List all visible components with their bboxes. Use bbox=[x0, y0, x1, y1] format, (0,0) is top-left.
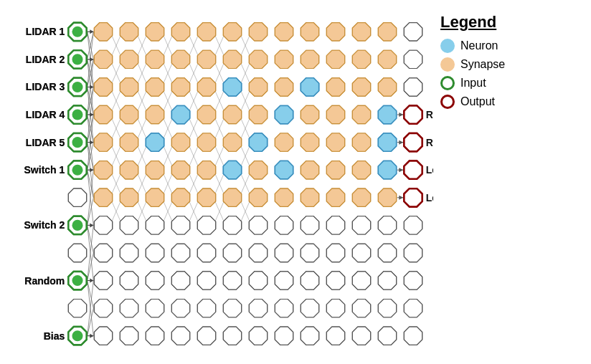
legend-synapse: Synapse bbox=[440, 57, 584, 72]
input-icon bbox=[440, 76, 455, 90]
legend-title: Legend bbox=[440, 13, 584, 32]
synapse-label: Synapse bbox=[460, 58, 505, 71]
legend-neuron: Neuron bbox=[440, 39, 584, 53]
neuron-icon bbox=[440, 39, 455, 53]
legend-input: Input bbox=[440, 76, 584, 90]
legend-area: Legend Neuron Synapse Input Output bbox=[433, 0, 591, 364]
output-label: Output bbox=[460, 95, 495, 108]
output-icon bbox=[440, 95, 455, 109]
input-label: Input bbox=[460, 77, 486, 90]
network-area bbox=[0, 0, 433, 364]
legend-output: Output bbox=[440, 95, 584, 109]
neuron-label: Neuron bbox=[460, 39, 498, 52]
synapse-icon bbox=[440, 57, 455, 72]
main-container: Legend Neuron Synapse Input Output bbox=[0, 0, 591, 364]
